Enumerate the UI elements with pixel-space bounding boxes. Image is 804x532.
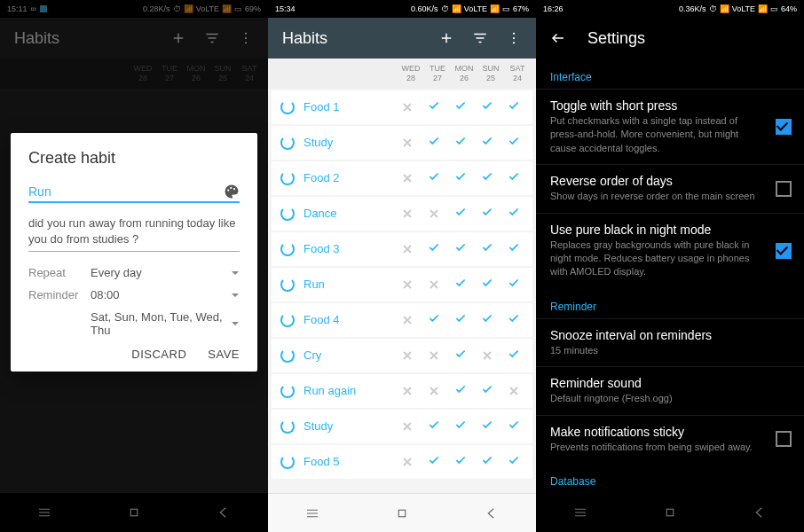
habit-cell[interactable] (501, 383, 527, 399)
settings-list[interactable]: Interface Toggle with short press Put ch… (536, 59, 804, 493)
habit-row[interactable]: Run (272, 268, 532, 301)
habit-row[interactable]: Food 2 (272, 161, 532, 195)
habit-cell[interactable] (447, 277, 474, 293)
habit-cell[interactable] (447, 99, 474, 115)
recents-icon[interactable] (36, 505, 52, 520)
habit-cell[interactable] (474, 454, 501, 470)
add-icon[interactable] (438, 30, 454, 46)
habit-cell[interactable] (421, 170, 447, 186)
back-icon[interactable] (484, 505, 500, 521)
habit-row[interactable]: Study (272, 126, 532, 160)
habit-cell[interactable] (421, 312, 447, 328)
habit-row[interactable]: Food 5 (272, 445, 532, 479)
habit-cell[interactable] (501, 454, 527, 470)
reminder-days-row[interactable]: Sat, Sun, Mon, Tue, Wed, Thu (28, 310, 240, 337)
habit-cell[interactable] (474, 277, 501, 293)
habit-cell[interactable] (394, 241, 421, 257)
habit-cell[interactable] (447, 135, 474, 151)
habit-cell[interactable] (501, 241, 527, 257)
habit-cell[interactable] (474, 312, 501, 328)
habit-cell[interactable] (447, 454, 474, 470)
habit-row[interactable]: Study (272, 410, 532, 443)
back-arrow-icon[interactable] (550, 30, 566, 46)
habit-desc-input[interactable]: did you run away from running today like… (28, 215, 240, 252)
habit-list[interactable]: Food 1StudyFood 2DanceFood 3RunFood 4Cry… (268, 89, 536, 523)
habit-cell[interactable] (474, 419, 501, 434)
recents-icon[interactable] (304, 505, 320, 521)
habit-cell[interactable] (421, 135, 447, 151)
setting-sticky-notifs[interactable]: Make notifications sticky Prevents notif… (536, 415, 804, 463)
habit-cell[interactable] (421, 419, 447, 434)
habit-cell[interactable] (501, 277, 527, 293)
habit-cell[interactable] (474, 99, 501, 115)
habit-cell[interactable] (394, 348, 421, 364)
filter-icon[interactable] (472, 30, 488, 46)
habit-cell[interactable] (501, 419, 527, 434)
svg-point-9 (513, 37, 515, 39)
palette-icon[interactable] (224, 184, 240, 200)
reminder-row[interactable]: Reminder 08:00 (28, 288, 240, 301)
habit-cell[interactable] (394, 99, 421, 115)
habit-cell[interactable] (501, 312, 527, 328)
checkbox-icon[interactable] (776, 119, 792, 135)
habit-cell[interactable] (394, 170, 421, 186)
habit-name-input[interactable] (28, 184, 224, 199)
recents-icon[interactable] (572, 505, 588, 520)
habit-row[interactable]: Food 3 (272, 232, 532, 266)
habit-cell[interactable] (501, 348, 527, 364)
habit-cell[interactable] (394, 135, 421, 151)
home-icon[interactable] (126, 505, 142, 520)
home-icon[interactable] (662, 505, 678, 520)
back-icon[interactable] (752, 505, 768, 520)
habit-cell[interactable] (474, 170, 501, 186)
habit-cell[interactable] (501, 135, 527, 151)
habit-cell[interactable] (474, 348, 501, 364)
habit-cell[interactable] (474, 135, 501, 151)
habit-row[interactable]: Dance (272, 197, 532, 231)
habit-cell[interactable] (421, 277, 447, 293)
habit-cell[interactable] (421, 99, 447, 115)
overflow-icon[interactable] (506, 30, 522, 46)
habit-cell[interactable] (421, 383, 447, 399)
save-button[interactable]: SAVE (208, 348, 240, 361)
habit-cell[interactable] (501, 206, 527, 222)
setting-reverse-days[interactable]: Reverse order of days Show days in rever… (536, 164, 804, 212)
checkbox-icon[interactable] (776, 243, 792, 259)
discard-button[interactable]: DISCARD (131, 348, 186, 361)
habit-cell[interactable] (474, 241, 501, 257)
habit-cell[interactable] (501, 99, 527, 115)
checkbox-icon[interactable] (776, 431, 792, 447)
setting-snooze[interactable]: Snooze interval on reminders 15 minutes (536, 318, 804, 366)
setting-reminder-sound[interactable]: Reminder sound Default ringtone (Fresh.o… (536, 366, 804, 414)
setting-pure-black[interactable]: Use pure black in night mode Replaces gr… (536, 213, 804, 288)
habit-row[interactable]: Food 1 (272, 90, 532, 124)
habit-cell[interactable] (447, 419, 474, 434)
home-icon[interactable] (394, 505, 410, 521)
habit-cell[interactable] (394, 454, 421, 470)
habit-row[interactable]: Food 4 (272, 303, 532, 337)
habit-cell[interactable] (394, 383, 421, 399)
habit-cell[interactable] (474, 383, 501, 399)
habit-cell[interactable] (447, 206, 474, 222)
habit-cell[interactable] (421, 454, 447, 470)
setting-toggle-short[interactable]: Toggle with short press Put checkmarks w… (536, 89, 804, 164)
habit-cell[interactable] (394, 277, 421, 293)
habit-cell[interactable] (394, 206, 421, 222)
habit-cell[interactable] (501, 170, 527, 186)
habit-cell[interactable] (447, 170, 474, 186)
habit-cell[interactable] (394, 312, 421, 328)
habit-row[interactable]: Cry (272, 339, 532, 372)
habit-cell[interactable] (394, 419, 421, 434)
checkbox-icon[interactable] (776, 181, 792, 197)
habit-cell[interactable] (447, 383, 474, 399)
habit-cell[interactable] (447, 312, 474, 328)
habit-cell[interactable] (447, 348, 474, 364)
habit-cell[interactable] (421, 241, 447, 257)
back-icon[interactable] (216, 505, 232, 520)
habit-cell[interactable] (474, 206, 501, 222)
habit-cell[interactable] (421, 348, 447, 364)
habit-cell[interactable] (447, 241, 474, 257)
repeat-row[interactable]: Repeat Every day (28, 266, 240, 279)
habit-row[interactable]: Run again (272, 374, 532, 408)
habit-cell[interactable] (421, 206, 447, 222)
